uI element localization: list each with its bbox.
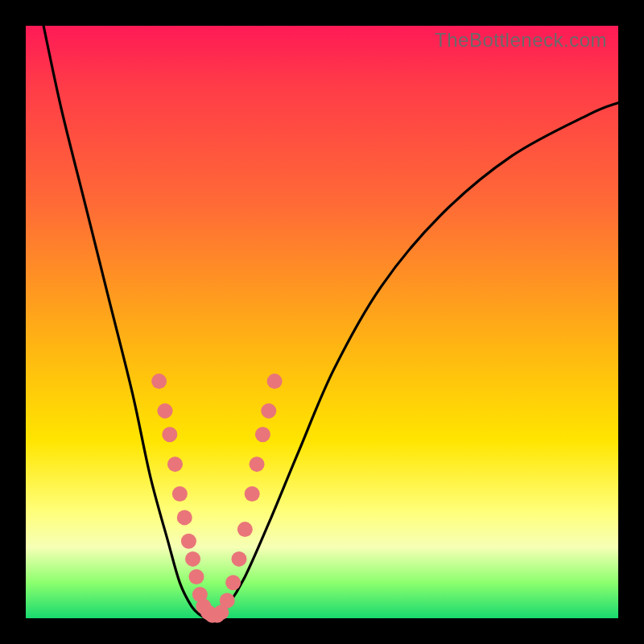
chart-svg xyxy=(26,26,618,618)
highlight-point xyxy=(157,403,172,419)
left-curve xyxy=(43,26,206,618)
highlight-point xyxy=(225,575,241,590)
highlight-point xyxy=(181,534,196,549)
highlight-point xyxy=(237,522,253,537)
highlight-point xyxy=(162,427,177,442)
highlight-point xyxy=(185,551,200,567)
highlight-point xyxy=(151,374,167,389)
outer-frame: TheBottleneck.com xyxy=(0,0,644,644)
highlight-point xyxy=(177,510,192,525)
plot-area: TheBottleneck.com xyxy=(26,26,618,618)
highlight-point xyxy=(250,456,265,472)
highlight-point xyxy=(188,569,204,584)
highlight-point xyxy=(267,374,283,389)
highlight-point xyxy=(255,427,270,442)
highlight-point xyxy=(172,486,188,502)
right-curve xyxy=(216,103,618,618)
highlight-point xyxy=(245,486,260,502)
highlight-point xyxy=(220,592,235,608)
highlight-points xyxy=(151,374,283,623)
highlight-point xyxy=(261,403,276,419)
highlight-point xyxy=(231,551,246,567)
highlight-point xyxy=(167,456,183,472)
